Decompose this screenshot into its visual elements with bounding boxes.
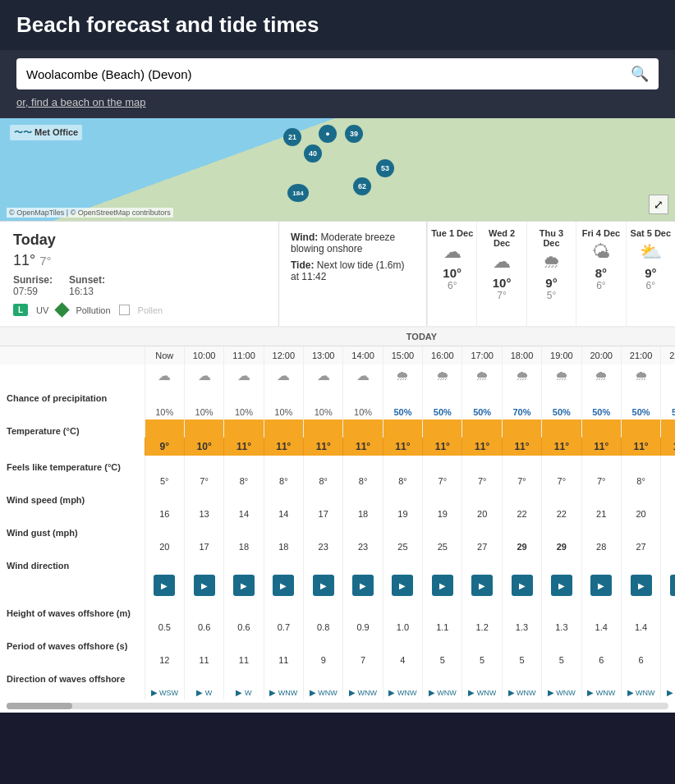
wind-gust-cell-0: 20 <box>145 539 184 554</box>
feels-like-cell-4: 8° <box>304 474 343 488</box>
wave-height-cell-10: 1.3 <box>542 620 581 635</box>
day-high: 8° <box>580 266 622 280</box>
wind-gust-row: 20171818232325252729292827272523 <box>0 539 675 554</box>
wave-height-cell-0: 0.5 <box>145 620 184 635</box>
temp-cell-12: 11° <box>621 438 660 456</box>
wave-height-cell-8: 1.2 <box>462 620 502 635</box>
feels-like-section-header-row: Feels like temperature (°C) <box>0 456 675 474</box>
feels-like-cell-9: 7° <box>502 474 541 488</box>
map-pin-62[interactable]: 62 <box>353 177 371 195</box>
wave-dir-cell-8: ▶ WNW <box>462 685 502 699</box>
search-button[interactable]: 🔍 <box>631 65 649 83</box>
precip-section-header-row: Chance of precipitation <box>0 387 675 405</box>
hourly-scroll-wrapper[interactable]: Now10:0011:0012:0013:0014:0015:0016:0017… <box>0 346 675 699</box>
map-pin-53[interactable]: 53 <box>376 159 394 177</box>
map-pin[interactable]: ● <box>319 125 337 143</box>
time-cell-11: 20:00 <box>581 346 621 364</box>
pollution-label: Pollution <box>76 305 110 315</box>
search-section: 🔍 or, find a beach on the map <box>0 50 675 118</box>
wave-dir-cell-10: ▶ WNW <box>542 685 581 699</box>
search-input[interactable] <box>26 67 631 81</box>
wind-gust-cell-8: 27 <box>462 539 502 554</box>
wave-period-cell-4: 9 <box>304 653 343 667</box>
weather-icon-cell-10: 🌧 <box>542 364 581 387</box>
wind-gust-cell-11: 28 <box>581 539 621 554</box>
wave-dir-cell-9: ▶ WNW <box>502 685 541 699</box>
map-pin-21[interactable]: 21 <box>283 128 301 146</box>
map-expand-button[interactable]: ⤢ <box>649 195 668 214</box>
today-label: Today <box>13 232 265 249</box>
feels-like-cell-5: 8° <box>343 474 383 488</box>
forecast-days-row: Tue 1 Dec ☁ 10° 6° Wed 2 Dec ☁ 10° 7° Th… <box>427 222 675 326</box>
wind-dir-section-header-row: Wind direction <box>0 554 675 572</box>
wind-gust-cell-10: 29 <box>542 539 581 554</box>
day-high: 9° <box>530 276 572 290</box>
wave-height-cell-9: 1.3 <box>502 620 541 635</box>
precip-cell-10: 50% <box>542 405 581 420</box>
map-link[interactable]: or, find a beach on the map <box>16 96 659 108</box>
today-forecast-section: Today 11° 7° Sunrise:07:59 Sunset:16:13 … <box>0 221 675 326</box>
temp-cell-3: 11° <box>264 438 303 456</box>
weather-icon-cell-13: 🌧 <box>661 364 675 387</box>
time-cell-4: 13:00 <box>304 346 343 364</box>
wave-height-cell-12: 1.4 <box>621 620 660 635</box>
wind-dir-cell-11: ▶ <box>581 572 621 602</box>
day-label: Thu 3 Dec <box>530 228 572 248</box>
wind-dir-cell-13: ▶ <box>661 572 675 602</box>
forecast-day-1: Wed 2 Dec ☁ 10° 7° <box>476 222 526 326</box>
time-cell-12: 21:00 <box>621 346 660 364</box>
feels-like-cell-1: 7° <box>184 474 223 488</box>
weather-icon-row: ☁☁☁☁☁☁🌧🌧🌧🌧🌧🌧🌧🌧☁☁ <box>0 364 675 387</box>
forecast-day-3: Fri 4 Dec 🌤 8° 6° <box>576 222 625 326</box>
map-pin-40[interactable]: 40 <box>304 144 322 163</box>
precip-cell-2: 10% <box>224 405 264 420</box>
map-pin-184[interactable]: 184 <box>287 184 309 202</box>
wind-dir-cell-8: ▶ <box>462 572 502 602</box>
wind-gust-cell-1: 17 <box>184 539 223 554</box>
temp-cell-9: 11° <box>502 438 541 456</box>
weather-icon-cell-7: 🌧 <box>423 364 462 387</box>
weather-icon-cell-1: ☁ <box>184 364 223 387</box>
temp-cell-13: 11° <box>661 438 675 456</box>
wave-dir-cell-3: ▶ WNW <box>264 685 303 699</box>
weather-icon-cell-2: ☁ <box>224 364 264 387</box>
label-spacer <box>0 328 127 346</box>
scrollbar-area[interactable] <box>7 703 668 709</box>
day-icon: 🌧 <box>530 251 572 273</box>
wave-period-cell-6: 4 <box>383 653 422 667</box>
wave-period-cell-1: 11 <box>184 653 223 667</box>
day-label: Fri 4 Dec <box>580 228 622 238</box>
temp-cell-4: 11° <box>304 438 343 456</box>
map-pin-39[interactable]: 39 <box>345 125 363 143</box>
wave-period-cell-10: 5 <box>542 653 581 667</box>
weather-icon-cell-9: 🌧 <box>502 364 541 387</box>
day-label: Tue 1 Dec <box>431 228 473 238</box>
weather-icon-cell-5: ☁ <box>343 364 383 387</box>
temp-cell-8: 11° <box>462 438 502 456</box>
wave-dir-section-header-row: Direction of waves offshore <box>0 667 675 685</box>
precip-cell-5: 10% <box>343 405 383 420</box>
wind-dir-cell-10: ▶ <box>542 572 581 602</box>
today-panel: Today 11° 7° Sunrise:07:59 Sunset:16:13 … <box>0 222 279 326</box>
wind-gust-cell-13: 27 <box>661 539 675 554</box>
wave-period-section-header-row: Period of waves offshore (s) <box>0 635 675 653</box>
page-title: Beach forecast and tide times <box>16 12 659 38</box>
wind-speed-cell-0: 16 <box>145 507 184 521</box>
temp-section-header-row: Temperature (°C) <box>0 420 675 438</box>
weather-icon-cell-11: 🌧 <box>581 364 621 387</box>
weather-icon-cell-8: 🌧 <box>462 364 502 387</box>
time-cell-13: 22:00 <box>661 346 675 364</box>
today-high-temp: 11° <box>13 252 35 268</box>
feels-like-cell-8: 7° <box>462 474 502 488</box>
wind-dir-cell-4: ▶ <box>304 572 343 602</box>
wave-period-cell-5: 7 <box>343 653 383 667</box>
scrollbar-thumb[interactable] <box>7 703 72 709</box>
time-cell-10: 19:00 <box>542 346 581 364</box>
wind-speed-cell-8: 20 <box>462 507 502 521</box>
uv-badge: L <box>13 304 28 316</box>
precip-cell-6: 50% <box>383 405 422 420</box>
wind-speed-cell-3: 14 <box>264 507 303 521</box>
wave-period-cell-13: 6 <box>661 653 675 667</box>
wave-period-cell-3: 11 <box>264 653 303 667</box>
precip-cell-0: 10% <box>145 405 184 420</box>
